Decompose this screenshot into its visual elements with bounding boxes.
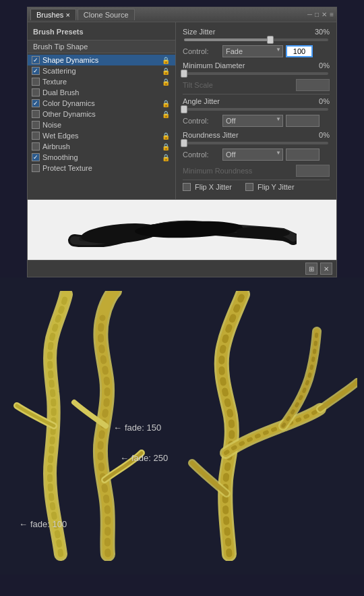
panel-footer: ⊞ ✕ xyxy=(28,260,336,277)
min-diameter-slider[interactable] xyxy=(184,72,328,75)
angle-jitter-label: Angle Jitter xyxy=(183,97,250,105)
checkbox-color-dynamics[interactable] xyxy=(32,99,40,107)
checkbox-protect-texture[interactable] xyxy=(32,164,40,172)
min-diameter-value: 0% xyxy=(303,61,330,70)
roundness-jitter-slider-container xyxy=(183,142,330,144)
lock-icon-scattering: 🔒 xyxy=(162,67,170,75)
sidebar-label-wet-edges: Wet Edges xyxy=(42,132,79,140)
sidebar-item-wet-edges[interactable]: Wet Edges 🔒 xyxy=(28,130,175,141)
brush-preview-area xyxy=(28,199,336,260)
min-roundness-row: Minimum Roundness xyxy=(183,165,330,177)
size-jitter-slider[interactable] xyxy=(184,38,328,41)
close-icon[interactable]: ✕ xyxy=(322,11,327,18)
tilt-scale-row: Tilt Scale xyxy=(183,79,330,91)
tab-clone-source[interactable]: Clone Source xyxy=(78,9,135,20)
sidebar-item-protect-texture[interactable]: Protect Texture xyxy=(28,163,175,173)
sidebar-item-noise[interactable]: Noise xyxy=(28,119,175,130)
arrow-left-150 xyxy=(113,423,122,433)
fade-100-text: fade: 100 xyxy=(30,519,67,529)
checkbox-shape-dynamics[interactable] xyxy=(32,56,40,64)
divider2 xyxy=(183,180,330,180)
checkbox-dual-brush[interactable] xyxy=(32,88,40,97)
fade-value-input[interactable] xyxy=(286,45,313,57)
checkbox-wet-edges[interactable] xyxy=(32,132,40,140)
control3-select-wrapper: Off Fade xyxy=(222,148,283,161)
lock-icon-wet-edges: 🔒 xyxy=(162,132,170,140)
control-select-wrapper: Fade Off Pen Pressure xyxy=(222,45,283,57)
panel-tabs: Brushes × Clone Source xyxy=(30,9,135,20)
lock-icon-airbrush: 🔒 xyxy=(162,143,170,151)
size-jitter-row: Size Jitter 30% xyxy=(183,28,330,36)
fade-250-label: fade: 250 xyxy=(120,453,168,463)
sidebar-label-protect-texture: Protect Texture xyxy=(42,164,92,172)
control2-input[interactable] xyxy=(286,115,320,127)
sidebar-item-airbrush[interactable]: Airbrush 🔒 xyxy=(28,141,175,152)
checkbox-flip-y[interactable] xyxy=(245,183,253,191)
flip-row: Flip X Jitter Flip Y Jitter xyxy=(183,183,330,194)
sidebar-item-dual-brush[interactable]: Dual Brush xyxy=(28,87,175,98)
fade-150-label: fade: 150 xyxy=(113,423,161,433)
brushes-panel: Brushes × Clone Source ─ □ ✕ ≡ Brush Pre… xyxy=(27,7,337,277)
settings-panel: Size Jitter 30% Control: Fade Off Pen Pr… xyxy=(176,22,336,199)
brush-stroke-preview xyxy=(67,213,297,247)
flip-y-row: Flip Y Jitter xyxy=(245,183,295,191)
sidebar-item-smoothing[interactable]: Smoothing 🔒 xyxy=(28,152,175,163)
fade-100-label: fade: 100 xyxy=(19,519,67,529)
min-diameter-row: Minimum Diameter 0% xyxy=(183,61,330,70)
checkbox-flip-x[interactable] xyxy=(183,183,191,191)
arrow-left-100 xyxy=(19,519,28,529)
fade-150-text: fade: 150 xyxy=(125,423,161,433)
control2-select-wrapper: Off Fade xyxy=(222,115,283,127)
sidebar-label-color-dynamics: Color Dynamics xyxy=(42,99,95,107)
footer-icon-1[interactable]: ⊞ xyxy=(305,263,317,275)
control-off-angle-row: Control: Off Fade xyxy=(183,115,330,127)
sidebar-label-noise: Noise xyxy=(42,121,61,129)
control-label: Control: xyxy=(183,47,220,55)
control3-input[interactable] xyxy=(286,148,320,161)
panel-body: Brush Presets Brush Tip Shape Shape Dyna… xyxy=(28,22,336,199)
maximize-icon[interactable]: □ xyxy=(315,11,319,18)
control2-label: Control: xyxy=(183,117,220,125)
sidebar-item-texture[interactable]: Texture 🔒 xyxy=(28,76,175,87)
tilt-scale-label: Tilt Scale xyxy=(183,81,250,89)
lock-icon-color-dynamics: 🔒 xyxy=(162,100,170,107)
sidebar-label-scattering: Scattering xyxy=(42,67,76,75)
checkbox-texture[interactable] xyxy=(32,78,40,86)
sidebar-label-other-dynamics: Other Dynamics xyxy=(42,110,96,118)
illustration-area: fade: 150 fade: 250 fade: 100 xyxy=(0,277,364,574)
lock-icon-smoothing: 🔒 xyxy=(162,154,170,161)
checkbox-airbrush[interactable] xyxy=(32,142,40,151)
lock-icon-texture: 🔒 xyxy=(162,78,170,86)
min-roundness-label: Minimum Roundness xyxy=(183,167,252,175)
sidebar-item-color-dynamics[interactable]: Color Dynamics 🔒 xyxy=(28,98,175,109)
checkbox-noise[interactable] xyxy=(32,121,40,129)
tab-brushes[interactable]: Brushes × xyxy=(30,9,76,20)
sidebar-item-scattering[interactable]: Scattering 🔒 xyxy=(28,65,175,76)
minimize-icon[interactable]: ─ xyxy=(307,11,312,18)
menu-icon[interactable]: ≡ xyxy=(330,11,334,18)
panel-controls: ─ □ ✕ ≡ xyxy=(307,11,334,18)
angle-jitter-row: Angle Jitter 0% xyxy=(183,97,330,105)
roundness-jitter-slider[interactable] xyxy=(184,142,328,144)
size-jitter-thumb xyxy=(267,36,274,44)
sidebar-item-other-dynamics[interactable]: Other Dynamics 🔒 xyxy=(28,109,175,119)
control-off-roundness-row: Control: Off Fade xyxy=(183,148,330,161)
control2-select[interactable]: Off Fade xyxy=(222,115,283,127)
checkbox-scattering[interactable] xyxy=(32,67,40,75)
roundness-jitter-value: 0% xyxy=(303,131,330,139)
min-diameter-thumb xyxy=(181,70,187,78)
brush-tip-shape-title: Brush Tip Shape xyxy=(28,40,175,53)
sidebar-label-texture: Texture xyxy=(42,78,67,86)
roundness-jitter-row: Roundness Jitter 0% xyxy=(183,131,330,139)
illustration-content: fade: 150 fade: 250 fade: 100 xyxy=(7,291,357,561)
size-jitter-slider-container xyxy=(183,38,330,41)
control-select[interactable]: Fade Off Pen Pressure xyxy=(222,45,283,57)
checkbox-smoothing[interactable] xyxy=(32,153,40,161)
angle-jitter-slider[interactable] xyxy=(184,108,328,111)
control3-select[interactable]: Off Fade xyxy=(222,148,283,161)
footer-icon-2[interactable]: ✕ xyxy=(320,263,332,275)
flip-x-label: Flip X Jitter xyxy=(195,183,232,191)
checkbox-other-dynamics[interactable] xyxy=(32,110,40,118)
sidebar-label-shape-dynamics: Shape Dynamics xyxy=(42,56,98,64)
sidebar-item-shape-dynamics[interactable]: Shape Dynamics 🔒 xyxy=(28,55,175,65)
